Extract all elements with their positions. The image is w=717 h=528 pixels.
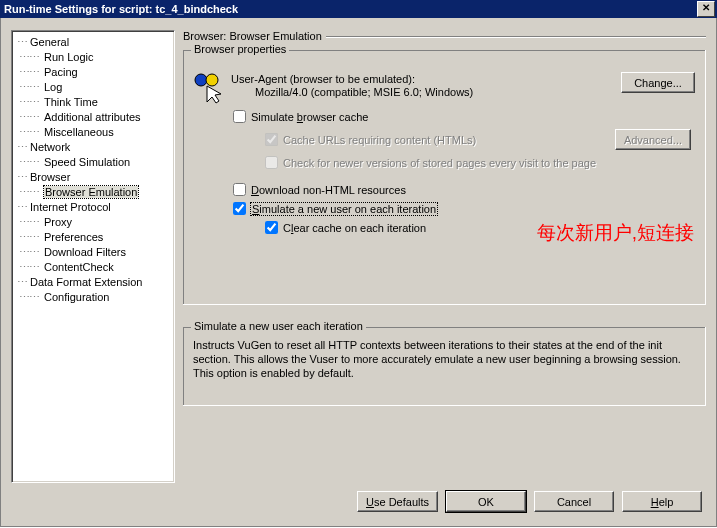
- tree-think-time[interactable]: ⋯⋯Think Time: [14, 95, 172, 110]
- tree-miscellaneous[interactable]: ⋯⋯Miscellaneous: [14, 125, 172, 140]
- tree-pacing[interactable]: ⋯⋯Pacing: [14, 65, 172, 80]
- download-non-html-label[interactable]: Download non-HTML resources: [251, 184, 406, 196]
- window-title: Run-time Settings for script: tc_4_bindc…: [4, 0, 238, 18]
- tree-preferences[interactable]: ⋯⋯Preferences: [14, 230, 172, 245]
- change-button[interactable]: Change...: [621, 72, 695, 93]
- page-header: Browser: Browser Emulation: [183, 30, 322, 42]
- ok-button[interactable]: OK: [446, 491, 526, 512]
- click-cursor-icon: [193, 72, 225, 104]
- info-body: Instructs VuGen to reset all HTTP contex…: [193, 339, 695, 380]
- nav-tree[interactable]: ⋯General ⋯⋯Run Logic ⋯⋯Pacing ⋯⋯Log ⋯⋯Th…: [11, 30, 175, 483]
- advanced-button: Advanced...: [615, 129, 691, 150]
- user-agent-value: Mozilla/4.0 (compatible; MSIE 6.0; Windo…: [231, 86, 621, 98]
- tree-browser-emulation[interactable]: ⋯⋯Browser Emulation: [14, 185, 172, 200]
- tree-additional-attributes[interactable]: ⋯⋯Additional attributes: [14, 110, 172, 125]
- tree-internet-protocol[interactable]: ⋯Internet Protocol: [14, 200, 172, 215]
- simulate-new-user-label[interactable]: Simulate a new user on each iteration: [251, 203, 437, 215]
- use-defaults-button[interactable]: Use Defaults: [357, 491, 438, 512]
- user-agent-label: User-Agent (browser to be emulated):: [231, 73, 621, 85]
- tree-network[interactable]: ⋯Network: [14, 140, 172, 155]
- svg-point-0: [195, 74, 207, 86]
- info-box: Simulate a new user each iteration Instr…: [183, 327, 706, 406]
- download-non-html-checkbox[interactable]: [233, 183, 246, 196]
- tree-configuration[interactable]: ⋯⋯Configuration: [14, 290, 172, 305]
- cancel-button[interactable]: Cancel: [534, 491, 614, 512]
- browser-properties-group: Browser properties User-Agent (browser t…: [183, 50, 706, 305]
- simulate-browser-cache-label[interactable]: Simulate browser cache: [251, 111, 368, 123]
- clear-cache-checkbox[interactable]: [265, 221, 278, 234]
- check-newer-label: Check for newer versions of stored pages…: [283, 157, 596, 169]
- dialog-body: ⋯General ⋯⋯Run Logic ⋯⋯Pacing ⋯⋯Log ⋯⋯Th…: [0, 18, 717, 527]
- red-annotation: 每次新用户,短连接: [537, 220, 694, 246]
- tree-proxy[interactable]: ⋯⋯Proxy: [14, 215, 172, 230]
- tree-speed-simulation[interactable]: ⋯⋯Speed Simulation: [14, 155, 172, 170]
- simulate-browser-cache-checkbox[interactable]: [233, 110, 246, 123]
- tree-data-format-extension[interactable]: ⋯Data Format Extension: [14, 275, 172, 290]
- info-title: Simulate a new user each iteration: [191, 320, 366, 332]
- tree-general[interactable]: ⋯General: [14, 35, 172, 50]
- tree-run-logic[interactable]: ⋯⋯Run Logic: [14, 50, 172, 65]
- cache-urls-checkbox: [265, 133, 278, 146]
- tree-log[interactable]: ⋯⋯Log: [14, 80, 172, 95]
- group-title: Browser properties: [191, 43, 289, 55]
- tree-browser[interactable]: ⋯Browser: [14, 170, 172, 185]
- clear-cache-label[interactable]: Clear cache on each iteration: [283, 222, 426, 234]
- button-bar: Use Defaults OK Cancel Help: [1, 483, 716, 526]
- titlebar: Run-time Settings for script: tc_4_bindc…: [0, 0, 717, 18]
- simulate-new-user-checkbox[interactable]: [233, 202, 246, 215]
- help-button[interactable]: Help: [622, 491, 702, 512]
- tree-contentcheck[interactable]: ⋯⋯ContentCheck: [14, 260, 172, 275]
- svg-point-1: [206, 74, 218, 86]
- tree-download-filters[interactable]: ⋯⋯Download Filters: [14, 245, 172, 260]
- right-panel: Browser: Browser Emulation Browser prope…: [183, 30, 706, 483]
- cache-urls-label: Cache URLs requiring content (HTMLs): [283, 134, 476, 146]
- svg-marker-2: [207, 86, 221, 103]
- close-button[interactable]: ✕: [697, 1, 715, 17]
- check-newer-checkbox: [265, 156, 278, 169]
